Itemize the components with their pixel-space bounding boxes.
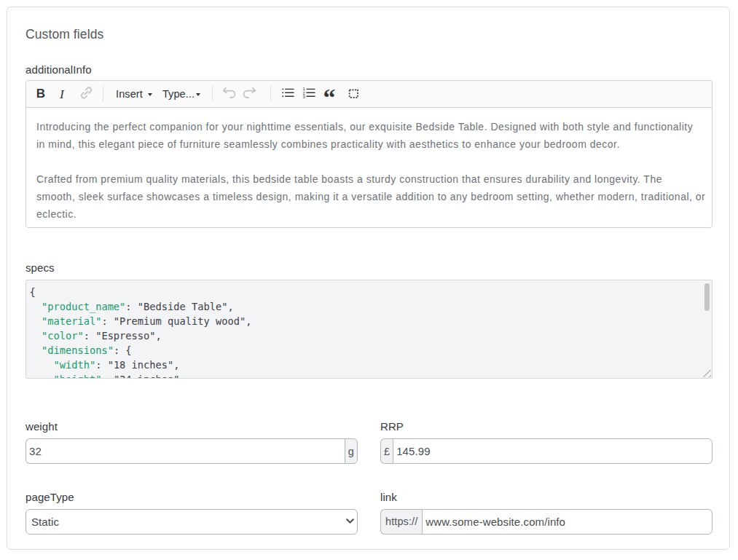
chevron-down-icon (148, 93, 152, 96)
editor-text-line: Introducing the perfect companion for yo… (36, 118, 702, 135)
page-type-select-wrap: Static (25, 509, 358, 535)
link-icon (79, 86, 93, 102)
json-key-token: "product_name" (42, 301, 125, 312)
json-key-token: "material" (42, 315, 101, 327)
custom-fields-card: Custom fields additionalInfo B I (7, 7, 730, 550)
html-embed-button[interactable] (343, 83, 364, 105)
undo-icon (221, 85, 237, 103)
scrollbar-thumb[interactable] (704, 283, 710, 311)
numbered-list-icon: 1 2 3 (302, 86, 315, 102)
json-key-token: "color" (42, 330, 84, 342)
specs-code: { "product_name": "Bedside Table", "mate… (26, 280, 712, 379)
specs-code-editor[interactable]: { "product_name": "Bedside Table", "mate… (25, 280, 713, 379)
weight-rrp-row: weight g RRP £ (25, 419, 713, 464)
bold-button[interactable]: B (30, 83, 52, 105)
protocol-addon: https:// (380, 509, 422, 535)
editor-paragraph: Crafted from premium quality materials, … (36, 170, 702, 223)
redo-button[interactable] (239, 83, 259, 105)
insert-dropdown[interactable]: Insert (109, 83, 159, 105)
editor-paragraph: Introducing the perfect companion for yo… (36, 118, 702, 153)
numbered-list-button[interactable]: 1 2 3 (298, 83, 318, 105)
rrp-field: RRP £ (380, 419, 713, 464)
toolbar-separator (270, 86, 271, 102)
card-title: Custom fields (25, 25, 713, 43)
pagetype-link-row: pageType Static link https:// (25, 489, 713, 535)
rte-toolbar: B I Insert Typ (26, 81, 712, 108)
type-dropdown-label: Type... (162, 88, 195, 100)
toolbar-separator (212, 86, 213, 102)
italic-button[interactable]: I (52, 83, 72, 105)
undo-button[interactable] (219, 83, 239, 105)
json-key-token: "dimensions" (42, 344, 114, 356)
bulleted-list-button[interactable] (277, 83, 297, 105)
weight-input-group: g (25, 438, 358, 464)
rrp-input[interactable] (393, 438, 713, 464)
link-button[interactable] (75, 83, 97, 105)
bulleted-list-icon (280, 86, 294, 102)
link-input-group: https:// (380, 509, 713, 535)
weight-label: weight (25, 419, 358, 434)
editor-text-line: in mind, this elegant piece of furniture… (36, 135, 702, 153)
specs-label: specs (25, 260, 713, 275)
specs-scrollbar[interactable] (703, 281, 711, 379)
block-quote-button[interactable]: “ (319, 83, 339, 105)
svg-text:3: 3 (302, 95, 305, 99)
rrp-input-group: £ (380, 438, 713, 464)
json-key-token: "height" (53, 374, 101, 379)
block-quote-icon: “ (323, 83, 336, 105)
redo-icon (242, 85, 257, 103)
json-key-token: "width" (53, 359, 95, 371)
weight-input[interactable] (25, 438, 345, 464)
additional-info-label: additionalInfo (25, 62, 713, 77)
rte-content[interactable]: Introducing the perfect companion for yo… (26, 108, 712, 227)
chevron-down-icon (196, 93, 200, 96)
rich-text-editor: B I Insert Typ (25, 80, 713, 228)
type-dropdown[interactable]: Type... (156, 83, 207, 105)
editor-text-line: smooth, sleek surface showcases a timele… (36, 188, 702, 205)
additional-info-field: additionalInfo B I Insert (25, 62, 713, 228)
toolbar-separator (103, 86, 103, 102)
resize-handle-icon[interactable] (702, 368, 711, 377)
insert-dropdown-label: Insert (116, 88, 143, 100)
page-type-field: pageType Static (25, 489, 358, 535)
rrp-label: RRP (380, 419, 713, 434)
link-label: link (380, 489, 713, 505)
page-type-label: pageType (25, 489, 358, 505)
currency-addon: £ (380, 438, 393, 464)
link-input[interactable] (422, 509, 713, 535)
editor-text-line: eclectic. (36, 205, 702, 223)
link-field: link https:// (380, 489, 713, 535)
specs-field: specs { "product_name": "Bedside Table",… (25, 260, 713, 379)
weight-field: weight g (25, 419, 358, 464)
weight-unit-addon: g (345, 438, 358, 464)
editor-text-line: Crafted from premium quality materials, … (36, 170, 702, 188)
page-type-select[interactable]: Static (25, 509, 358, 535)
html-embed-icon (348, 88, 358, 100)
